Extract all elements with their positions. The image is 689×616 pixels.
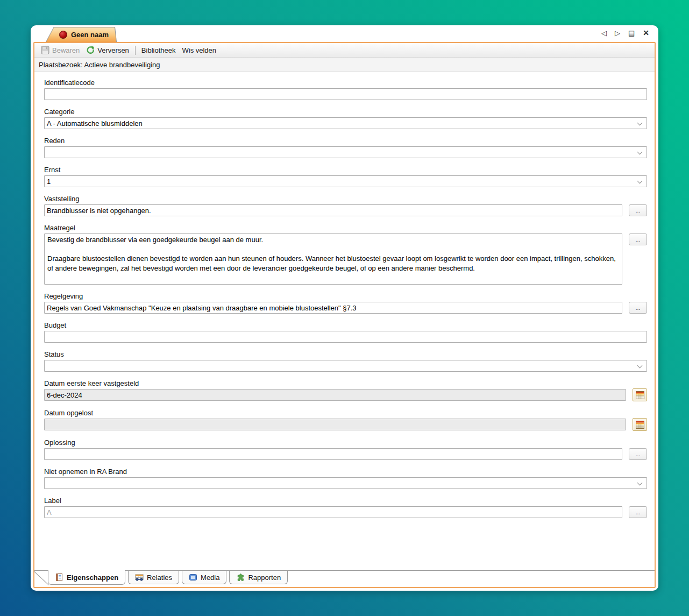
field-label: Categorie xyxy=(44,108,647,116)
tab-rapporten[interactable]: Rapporten xyxy=(229,571,288,584)
field-label: Regelgeving xyxy=(44,292,647,300)
reports-puzzle-icon xyxy=(236,573,245,582)
regelgeving-ellipsis-button[interactable]: ... xyxy=(629,302,647,314)
status-select[interactable] xyxy=(44,360,647,372)
page-title: Plaatsbezoek: Actieve brandbeveiliging xyxy=(39,61,160,69)
field-niet-opnemen-ra-brand: Niet opnemen in RA Brand xyxy=(44,468,647,489)
datum-eerste-keer-calendar-button[interactable] xyxy=(633,388,647,401)
field-label: Datum opgelost xyxy=(44,409,647,417)
save-button[interactable]: Bewaren xyxy=(38,45,83,55)
regelgeving-input[interactable] xyxy=(44,302,622,314)
tab-label: Rapporten xyxy=(248,573,281,582)
page-header: Plaatsbezoek: Actieve brandbeveiliging xyxy=(34,58,655,72)
field-datum-opgelost: Datum opgelost xyxy=(44,409,647,431)
reden-select[interactable] xyxy=(44,146,647,158)
field-datum-eerste-keer: Datum eerste keer vastgesteld xyxy=(44,379,647,401)
properties-notebook-icon xyxy=(55,573,63,582)
field-label: Label xyxy=(44,497,647,505)
datum-eerste-keer-input xyxy=(44,389,626,401)
app-window: Geen naam ◁ ▷ ▤ ✕ Bewaren xyxy=(31,25,658,591)
vaststelling-ellipsis-button[interactable]: ... xyxy=(629,204,647,216)
bottom-tab-strip: Eigenschappen Relaties Media xyxy=(34,570,655,587)
oplossing-ellipsis-button[interactable]: ... xyxy=(629,448,647,460)
library-label: Bibliotheek xyxy=(141,46,176,54)
tab-list-icon[interactable]: ▤ xyxy=(628,30,635,37)
field-budget: Budget xyxy=(44,321,647,343)
field-label: Status xyxy=(44,350,647,358)
field-categorie: Categorie A - Automatische blusmiddelen xyxy=(44,108,647,129)
nav-prev-icon[interactable]: ◁ xyxy=(601,30,607,37)
field-maatregel: Maatregel Bevestig de brandblusser via e… xyxy=(44,224,647,285)
media-screen-icon xyxy=(189,573,197,582)
tab-label: Relaties xyxy=(147,573,172,582)
calendar-icon xyxy=(636,391,644,399)
tab-label: Media xyxy=(201,573,219,582)
chevron-down-icon xyxy=(637,363,643,369)
maatregel-ellipsis-button[interactable]: ... xyxy=(629,233,647,245)
chevron-down-icon xyxy=(637,150,643,155)
chevron-down-icon xyxy=(637,179,643,184)
niet-opnemen-select[interactable] xyxy=(44,477,647,489)
tab-label: Eigenschappen xyxy=(67,573,118,582)
relations-table-icon xyxy=(135,573,144,582)
toolbar: Bewaren Verversen Bibliotheek Wis velden xyxy=(34,43,655,58)
refresh-label: Verversen xyxy=(97,46,129,54)
save-label: Bewaren xyxy=(52,46,80,54)
refresh-button[interactable]: Verversen xyxy=(83,45,132,55)
close-icon[interactable]: ✕ xyxy=(643,29,649,37)
ernst-select[interactable]: 1 xyxy=(44,175,647,187)
content-frame: Bewaren Verversen Bibliotheek Wis velden… xyxy=(33,42,656,588)
field-reden: Reden xyxy=(44,137,647,158)
document-tab[interactable]: Geen naam xyxy=(46,27,117,42)
budget-input[interactable] xyxy=(44,331,647,343)
field-label: Identificatiecode xyxy=(44,79,647,87)
field-label: Ernst xyxy=(44,166,647,174)
categorie-select[interactable]: A - Automatische blusmiddelen xyxy=(44,117,647,129)
field-label: Oplossing xyxy=(44,438,647,447)
field-status: Status xyxy=(44,350,647,372)
field-label: Datum eerste keer vastgesteld xyxy=(44,379,647,387)
field-oplossing: Oplossing ... xyxy=(44,438,647,460)
tab-relaties[interactable]: Relaties xyxy=(128,571,179,584)
active-tab-lead-line xyxy=(33,571,48,585)
tab-eigenschappen[interactable]: Eigenschappen xyxy=(48,570,125,585)
nav-next-icon[interactable]: ▷ xyxy=(615,30,620,37)
library-button[interactable]: Bibliotheek xyxy=(138,45,179,55)
datum-opgelost-input xyxy=(44,419,626,430)
document-tab-title: Geen naam xyxy=(71,31,109,39)
field-vaststelling: Vaststelling ... xyxy=(44,195,647,216)
label-ellipsis-button[interactable]: ... xyxy=(629,506,647,518)
field-label-veld: Label ... xyxy=(44,497,647,518)
vaststelling-input[interactable] xyxy=(44,204,622,216)
maatregel-textarea[interactable]: Bevestig de brandblusser via een goedgek… xyxy=(44,233,622,285)
window-nav: ◁ ▷ ▤ ✕ xyxy=(601,29,649,37)
chevron-down-icon xyxy=(637,480,643,486)
datum-opgelost-calendar-button[interactable] xyxy=(633,418,647,431)
clear-fields-button[interactable]: Wis velden xyxy=(179,45,219,55)
field-ernst: Ernst 1 xyxy=(44,166,647,187)
identificatiecode-input[interactable] xyxy=(44,88,647,100)
field-label: Niet opnemen in RA Brand xyxy=(44,468,647,476)
document-tab-strip: Geen naam ◁ ▷ ▤ ✕ xyxy=(33,25,656,42)
chevron-down-icon xyxy=(637,121,643,126)
toolbar-separator xyxy=(135,46,136,55)
field-label: Vaststelling xyxy=(44,195,647,203)
field-label: Maatregel xyxy=(44,224,647,232)
clear-fields-label: Wis velden xyxy=(182,46,216,54)
field-regelgeving: Regelgeving ... xyxy=(44,292,647,314)
ernst-value: 1 xyxy=(47,178,51,186)
oplossing-input[interactable] xyxy=(44,448,622,460)
form-area: Identificatiecode Categorie A - Automati… xyxy=(34,72,655,570)
categorie-value: A - Automatische blusmiddelen xyxy=(47,119,143,128)
field-label: Reden xyxy=(44,137,647,145)
calendar-icon xyxy=(636,421,644,429)
tab-media[interactable]: Media xyxy=(182,571,226,584)
floppy-icon xyxy=(41,46,49,54)
field-label: Budget xyxy=(44,321,647,329)
unsaved-status-icon xyxy=(59,31,67,39)
field-identificatiecode: Identificatiecode xyxy=(44,79,647,100)
label-input[interactable] xyxy=(44,506,622,518)
refresh-icon xyxy=(86,46,95,54)
